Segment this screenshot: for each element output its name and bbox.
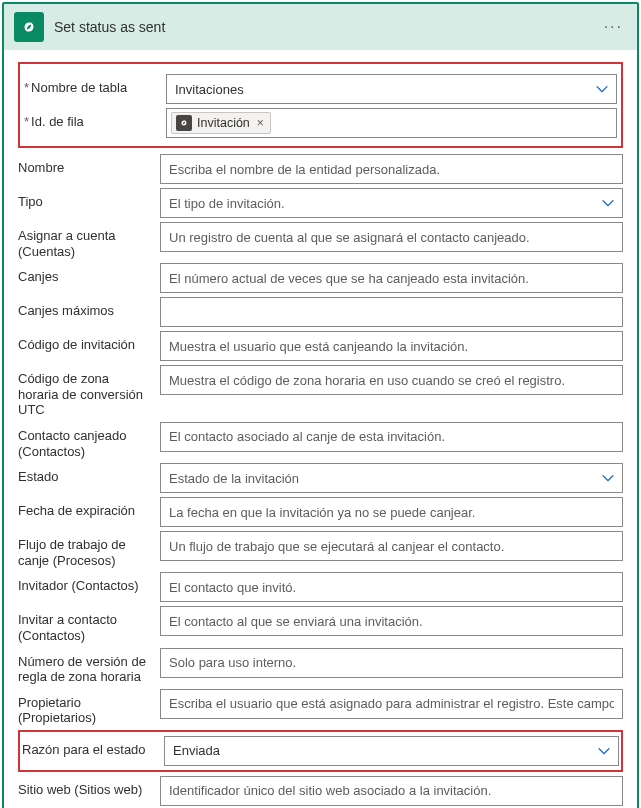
dropdown-estado-placeholder: Estado de la invitación	[169, 471, 299, 486]
field-status-reason: Razón para el estado Enviada	[22, 736, 619, 766]
label-propietario: Propietario (Propietarios)	[18, 689, 152, 726]
input-invitador[interactable]	[160, 572, 623, 602]
card-body: Nombre de tabla Invitaciones Id. de fila	[4, 50, 637, 808]
input-invitar-contacto[interactable]	[160, 606, 623, 636]
input-nombre[interactable]	[160, 154, 623, 184]
label-num-version: Número de versión de regla de zona horar…	[18, 648, 152, 685]
dropdown-status-reason[interactable]: Enviada	[164, 736, 619, 766]
input-num-version[interactable]	[160, 648, 623, 678]
label-codigo-zona: Código de zona horaria de conversión UTC	[18, 365, 152, 418]
input-row-id[interactable]: Invitación ×	[166, 108, 617, 138]
input-propietario[interactable]	[160, 689, 623, 719]
dropdown-table-name-value: Invitaciones	[175, 82, 244, 97]
token-invitacion[interactable]: Invitación ×	[171, 112, 271, 134]
label-flujo-trabajo: Flujo de trabajo de canje (Procesos)	[18, 531, 152, 568]
more-menu-button[interactable]: ···	[600, 18, 627, 36]
dropdown-table-name[interactable]: Invitaciones	[166, 74, 617, 104]
label-tipo: Tipo	[18, 188, 152, 210]
label-table-name: Nombre de tabla	[24, 74, 158, 96]
field-canjes-max: Canjes máximos	[18, 297, 623, 327]
field-tipo: Tipo El tipo de invitación.	[18, 188, 623, 218]
label-status-reason: Razón para el estado	[22, 736, 156, 758]
dataverse-icon	[14, 12, 44, 42]
card-header[interactable]: Set status as sent ···	[4, 4, 637, 50]
field-nombre: Nombre	[18, 154, 623, 184]
label-invitar-contacto: Invitar a contacto (Contactos)	[18, 606, 152, 643]
dropdown-tipo[interactable]: El tipo de invitación.	[160, 188, 623, 218]
input-canjes-max[interactable]	[160, 297, 623, 327]
dataverse-icon	[176, 115, 192, 131]
input-codigo-inv[interactable]	[160, 331, 623, 361]
field-flujo-trabajo: Flujo de trabajo de canje (Procesos)	[18, 531, 623, 568]
field-codigo-zona: Código de zona horaria de conversión UTC	[18, 365, 623, 418]
label-contacto-canjeado: Contacto canjeado (Contactos)	[18, 422, 152, 459]
label-canjes: Canjes	[18, 263, 152, 285]
field-propietario: Propietario (Propietarios)	[18, 689, 623, 726]
input-asignar-cuenta[interactable]	[160, 222, 623, 252]
label-canjes-max: Canjes máximos	[18, 297, 152, 319]
field-sitio-web: Sitio web (Sitios web)	[18, 776, 623, 806]
label-nombre: Nombre	[18, 154, 152, 176]
dropdown-estado[interactable]: Estado de la invitación	[160, 463, 623, 493]
input-canjes[interactable]	[160, 263, 623, 293]
label-estado: Estado	[18, 463, 152, 485]
input-contacto-canjeado[interactable]	[160, 422, 623, 452]
field-contacto-canjeado: Contacto canjeado (Contactos)	[18, 422, 623, 459]
field-row-id: Id. de fila Invitación ×	[24, 108, 617, 138]
field-num-version: Número de versión de regla de zona horar…	[18, 648, 623, 685]
flow-action-card: Set status as sent ··· Nombre de tabla I…	[2, 2, 639, 808]
label-asignar-cuenta: Asignar a cuenta (Cuentas)	[18, 222, 152, 259]
label-invitador: Invitador (Contactos)	[18, 572, 152, 594]
field-table-name: Nombre de tabla Invitaciones	[24, 74, 617, 104]
field-canjes: Canjes	[18, 263, 623, 293]
label-codigo-inv: Código de invitación	[18, 331, 152, 353]
dropdown-status-reason-value: Enviada	[173, 743, 220, 758]
field-invitar-contacto: Invitar a contacto (Contactos)	[18, 606, 623, 643]
card-title: Set status as sent	[54, 19, 590, 35]
required-fields-highlight: Nombre de tabla Invitaciones Id. de fila	[18, 62, 623, 148]
label-fecha-exp: Fecha de expiración	[18, 497, 152, 519]
label-sitio-web: Sitio web (Sitios web)	[18, 776, 152, 798]
status-reason-highlight: Razón para el estado Enviada	[18, 730, 623, 772]
field-fecha-exp: Fecha de expiración	[18, 497, 623, 527]
token-label: Invitación	[197, 116, 250, 130]
input-fecha-exp[interactable]	[160, 497, 623, 527]
field-estado: Estado Estado de la invitación	[18, 463, 623, 493]
input-codigo-zona[interactable]	[160, 365, 623, 395]
label-row-id: Id. de fila	[24, 108, 158, 130]
token-remove-icon[interactable]: ×	[257, 116, 264, 130]
dropdown-tipo-placeholder: El tipo de invitación.	[169, 196, 285, 211]
field-invitador: Invitador (Contactos)	[18, 572, 623, 602]
field-codigo-inv: Código de invitación	[18, 331, 623, 361]
input-sitio-web[interactable]	[160, 776, 623, 806]
field-asignar-cuenta: Asignar a cuenta (Cuentas)	[18, 222, 623, 259]
input-flujo-trabajo[interactable]	[160, 531, 623, 561]
